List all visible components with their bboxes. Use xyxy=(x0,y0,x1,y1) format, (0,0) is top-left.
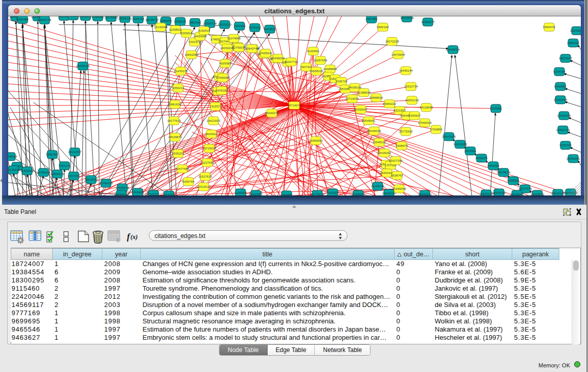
svg-text:15031529: 15031529 xyxy=(218,23,232,26)
svg-text:22841736: 22841736 xyxy=(38,18,52,21)
svg-text:23884213: 23884213 xyxy=(51,172,64,176)
svg-text:19937057: 19937057 xyxy=(249,193,263,195)
svg-text:23436262: 23436262 xyxy=(378,151,391,155)
svg-text:16033809: 16033809 xyxy=(400,16,414,19)
svg-text:4043823: 4043823 xyxy=(264,28,276,31)
svg-text:10322734: 10322734 xyxy=(404,85,418,88)
svg-text:19142407: 19142407 xyxy=(68,150,82,154)
svg-text:2315577: 2315577 xyxy=(209,105,222,108)
svg-text:9190519: 9190519 xyxy=(198,29,210,32)
svg-text:20053346: 20053346 xyxy=(76,64,90,68)
svg-text:2946120: 2946120 xyxy=(132,17,144,20)
svg-text:5594478: 5594478 xyxy=(543,26,555,29)
svg-text:2563055: 2563055 xyxy=(487,164,499,167)
svg-text:7303905: 7303905 xyxy=(132,191,144,194)
svg-text:11074688: 11074688 xyxy=(227,37,241,40)
svg-text:17665640: 17665640 xyxy=(259,52,273,55)
svg-text:2978182: 2978182 xyxy=(215,89,228,92)
svg-text:23830434: 23830434 xyxy=(382,192,396,195)
svg-text:12927396: 12927396 xyxy=(389,159,403,162)
svg-text:22714041: 22714041 xyxy=(345,97,359,100)
svg-text:16623006: 16623006 xyxy=(510,193,524,195)
svg-text:7064171: 7064171 xyxy=(58,164,71,167)
svg-text:9308575: 9308575 xyxy=(396,144,408,147)
svg-text:20364361: 20364361 xyxy=(567,157,580,160)
svg-text:5840397: 5840397 xyxy=(46,153,58,156)
svg-text:20392657: 20392657 xyxy=(354,108,368,111)
svg-text:12477488: 12477488 xyxy=(176,167,189,170)
svg-text:13132690: 13132690 xyxy=(154,26,168,29)
svg-text:20458054: 20458054 xyxy=(271,57,285,60)
svg-text:12750036: 12750036 xyxy=(232,46,246,49)
svg-text:4457975: 4457975 xyxy=(68,174,80,178)
svg-text:24454361: 24454361 xyxy=(193,35,207,38)
svg-text:22438378: 22438378 xyxy=(116,186,129,189)
svg-text:14351230: 14351230 xyxy=(405,99,419,102)
svg-text:5154104: 5154104 xyxy=(553,70,565,73)
svg-text:23421603: 23421603 xyxy=(207,119,221,122)
svg-text:5468605: 5468605 xyxy=(507,179,519,182)
svg-text:14310388: 14310388 xyxy=(453,143,467,146)
svg-text:6535209: 6535209 xyxy=(172,152,184,155)
svg-text:20562129: 20562129 xyxy=(556,128,570,132)
svg-text:6061658: 6061658 xyxy=(16,18,29,21)
svg-text:11541029: 11541029 xyxy=(492,191,506,194)
svg-text:2258145: 2258145 xyxy=(174,20,186,23)
svg-text:10661588: 10661588 xyxy=(185,53,199,56)
svg-text:6582326: 6582326 xyxy=(377,26,389,29)
svg-text:7031971: 7031971 xyxy=(188,40,201,43)
svg-text:3430558: 3430558 xyxy=(67,16,79,17)
svg-text:(x): (x) xyxy=(130,233,138,240)
svg-text:9075310: 9075310 xyxy=(249,26,261,29)
svg-text:15244500: 15244500 xyxy=(570,29,581,32)
svg-text:20943743: 20943743 xyxy=(245,47,259,50)
svg-text:20156684: 20156684 xyxy=(8,168,20,171)
svg-text:3307301: 3307301 xyxy=(300,65,312,69)
svg-text:13945012: 13945012 xyxy=(373,141,386,144)
svg-text:14136141: 14136141 xyxy=(371,185,385,188)
svg-text:11388699: 11388699 xyxy=(357,91,371,94)
svg-text:20555120: 20555120 xyxy=(118,17,132,20)
svg-text:13495588: 13495588 xyxy=(8,155,17,158)
svg-text:15063972: 15063972 xyxy=(531,193,545,195)
svg-text:3215955: 3215955 xyxy=(490,107,502,110)
svg-text:9335812: 9335812 xyxy=(180,32,192,35)
svg-text:17565588: 17565588 xyxy=(216,76,230,79)
svg-text:10057659: 10057659 xyxy=(314,59,328,62)
svg-text:18177615: 18177615 xyxy=(167,119,181,122)
svg-text:13270483: 13270483 xyxy=(104,16,118,19)
svg-text:2663941: 2663941 xyxy=(464,149,476,152)
svg-text:15029873: 15029873 xyxy=(168,136,182,139)
svg-text:3343959: 3343959 xyxy=(233,25,246,28)
svg-text:25775363: 25775363 xyxy=(399,130,413,133)
svg-text:17656906: 17656906 xyxy=(352,193,365,195)
svg-text:23858526: 23858526 xyxy=(369,96,383,99)
svg-text:20166438: 20166438 xyxy=(99,182,113,185)
svg-text:20647509: 20647509 xyxy=(442,135,456,138)
svg-text:6099754: 6099754 xyxy=(182,180,194,183)
svg-text:17660000: 17660000 xyxy=(418,121,432,124)
svg-text:22160294: 22160294 xyxy=(554,98,568,101)
svg-text:20227559: 20227559 xyxy=(201,161,214,164)
svg-text:15953222: 15953222 xyxy=(383,102,397,105)
svg-text:21499058: 21499058 xyxy=(393,187,406,190)
svg-text:19799114: 19799114 xyxy=(37,171,51,174)
svg-text:20648195: 20648195 xyxy=(551,192,565,195)
svg-text:21770515: 21770515 xyxy=(311,193,324,195)
svg-text:5339937: 5339937 xyxy=(408,114,421,117)
svg-text:20515263: 20515263 xyxy=(84,178,98,181)
svg-text:19725914: 19725914 xyxy=(203,147,216,150)
svg-text:14476944: 14476944 xyxy=(391,53,405,56)
svg-text:3075745: 3075745 xyxy=(559,144,572,147)
svg-text:15550734: 15550734 xyxy=(203,22,217,25)
svg-text:14118095: 14118095 xyxy=(420,106,433,109)
svg-text:15347616: 15347616 xyxy=(480,192,493,195)
svg-text:25046038: 25046038 xyxy=(367,129,381,133)
svg-text:8490656: 8490656 xyxy=(554,85,567,88)
svg-text:4158480: 4158480 xyxy=(92,16,104,18)
svg-text:7910827: 7910827 xyxy=(326,191,339,194)
svg-text:3604511: 3604511 xyxy=(206,133,218,136)
svg-text:4961630: 4961630 xyxy=(169,103,181,106)
svg-text:19379254: 19379254 xyxy=(162,193,176,195)
svg-text:16908100: 16908100 xyxy=(310,70,323,73)
